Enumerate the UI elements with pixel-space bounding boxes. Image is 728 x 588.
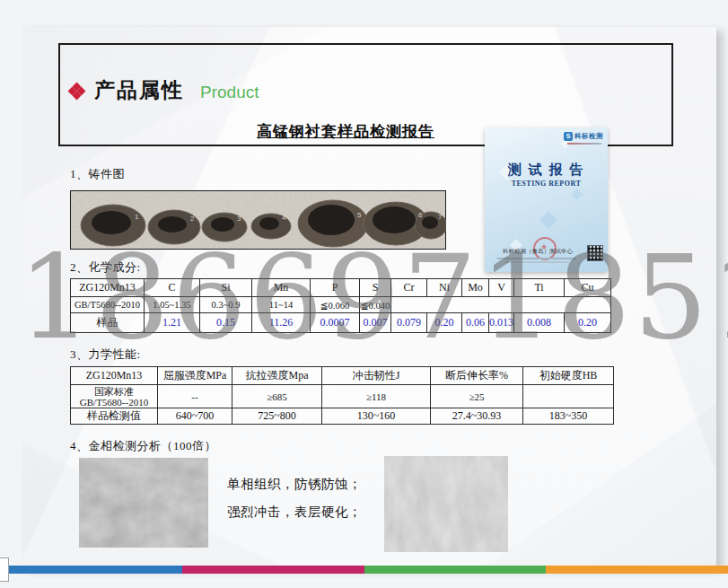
column-header: C — [145, 279, 200, 297]
value-cell: ≥118 — [322, 385, 431, 408]
certificate-footer-text: 科标检测（青岛）测试中心 — [485, 248, 591, 256]
testing-report-cover: S 科标检测 测 试 报 告 TESTING REPORT 科标检测（青岛）测试… — [485, 127, 608, 272]
value-cell: 0.20 — [565, 313, 611, 333]
metallography-image-left — [79, 458, 208, 548]
value-cell: ≥685 — [232, 385, 322, 408]
slide-canvas: 产品属性 Product 高锰钢衬套样品检测报告 S 科标检测 测 试 报 告 … — [22, 27, 716, 567]
column-header: Cr — [391, 279, 427, 297]
certificate-title-en: TESTING REPORT — [485, 180, 608, 188]
certificate-footer-line — [497, 258, 576, 259]
value-cell: 0.013 — [489, 313, 514, 333]
page-title: 产品属性 — [94, 76, 184, 104]
metallography-image-right — [384, 456, 508, 552]
value-cell: 640~700 — [158, 408, 232, 425]
table-row: 样品检测值 640~700 725~800 130~160 27.4~30.93… — [71, 408, 614, 425]
section-label-mechanics: 3、力学性能: — [70, 347, 141, 363]
table-row: ZG120Mn13 屈服强度MPa 抗拉强度Mpa 冲击韧性J 断后伸长率% 初… — [71, 367, 614, 385]
row-label-line1: 国家标准 — [94, 386, 134, 397]
footer-bar-segment-orange — [546, 566, 728, 574]
column-header: Ti — [514, 279, 565, 297]
chemical-composition-table: ZG120Mn13 C Si Mn P S Cr Ni Mo V Ti Cu G… — [70, 278, 611, 333]
column-header: V — [489, 279, 514, 297]
column-header: S — [360, 279, 391, 297]
svg-text:3: 3 — [237, 215, 241, 223]
note-line: 强烈冲击，表层硬化； — [227, 498, 362, 526]
table-row: GB/T5680--2010 1.05~1.35 0.3~0.9 11~14 ≦… — [71, 297, 611, 313]
svg-text:7: 7 — [438, 213, 443, 221]
certificate-title-cn: 测 试 报 告 — [485, 162, 608, 179]
background-facet — [483, 404, 716, 567]
value-cell: 0.20 — [427, 313, 462, 333]
note-line: 单相组织，防锈防蚀； — [227, 470, 362, 498]
value-cell: 183~350 — [523, 408, 614, 425]
row-label: 样品检测值 — [71, 408, 158, 425]
column-header: P — [311, 279, 360, 297]
page-corner-box — [0, 557, 9, 582]
value-cell: ≦0.040 — [360, 297, 391, 313]
value-cell: 0.007 — [360, 313, 391, 333]
empty-cell — [523, 385, 614, 408]
svg-text:6: 6 — [418, 211, 423, 219]
value-cell: ≦0.060 — [311, 297, 360, 313]
value-cell: 1.21 — [145, 313, 200, 333]
lab-logo-tagline — [567, 143, 601, 145]
row-label: 国家标准 GB/T5680--2010 — [71, 385, 158, 408]
cube-decoration — [539, 211, 557, 229]
value-cell: 11~14 — [252, 297, 311, 313]
value-cell: 27.4~30.93 — [431, 408, 523, 425]
value-cell: 130~160 — [322, 408, 431, 425]
column-header: Cu — [565, 279, 611, 297]
value-cell: 0.008 — [514, 313, 565, 333]
row-label: GB/T5680--2010 — [71, 297, 145, 313]
cube-decoration — [571, 189, 583, 200]
value-cell: ≥25 — [431, 385, 523, 408]
lab-logo-text: 科标检测 — [575, 132, 603, 141]
footer-bar-segment-green — [364, 566, 547, 574]
column-header: 初始硬度HB — [523, 367, 614, 385]
section-label-metallography: 4、金相检测分析（100倍） — [70, 438, 216, 454]
table-row: 国家标准 GB/T5680--2010 -- ≥685 ≥118 ≥25 — [71, 385, 614, 408]
svg-text:2: 2 — [190, 215, 195, 223]
value-cell: 1.05~1.35 — [145, 297, 200, 313]
lab-logo: S 科标检测 — [564, 132, 603, 141]
value-cell: 0.15 — [200, 313, 252, 333]
footer-color-bar — [0, 566, 728, 574]
svg-text:1: 1 — [135, 213, 139, 221]
column-header: ZG120Mn13 — [71, 367, 158, 385]
value-cell: 725~800 — [232, 408, 322, 425]
casting-photo: 1 2 3 4 5 6 7 — [70, 190, 446, 250]
section-label-casting: 1、铸件图 — [70, 166, 125, 182]
footer-bar-segment-blue — [0, 566, 182, 574]
value-cell: 0.079 — [391, 313, 427, 333]
value-cell: 0.0007 — [311, 313, 360, 333]
column-header: 屈服强度MPa — [158, 367, 232, 385]
footer-bar-segment-magenta — [182, 566, 364, 574]
value-cell: -- — [158, 385, 232, 408]
mechanical-properties-table: ZG120Mn13 屈服强度MPa 抗拉强度Mpa 冲击韧性J 断后伸长率% 初… — [70, 366, 614, 425]
column-header: Mo — [462, 279, 489, 297]
value-cell: 0.06 — [462, 313, 489, 333]
column-header: 抗拉强度Mpa — [232, 367, 322, 385]
table-row: ZG120Mn13 C Si Mn P S Cr Ni Mo V Ti Cu — [71, 279, 611, 297]
value-cell: 11.26 — [252, 313, 311, 333]
diamond-bullet-icon — [69, 83, 85, 100]
svg-text:5: 5 — [357, 211, 362, 219]
svg-text:4: 4 — [282, 214, 286, 222]
section-label-chemistry: 2、化学成分: — [70, 259, 141, 276]
row-label-line2: GB/T5680--2010 — [80, 397, 148, 408]
empty-cell — [391, 297, 611, 313]
table-row: 样品 1.21 0.15 11.26 0.0007 0.007 0.079 0.… — [71, 313, 611, 333]
value-cell: 0.3~0.9 — [200, 297, 252, 313]
column-header: 断后伸长率% — [431, 367, 523, 385]
column-header: 冲击韧性J — [322, 367, 431, 385]
page-subtitle: Product — [200, 83, 259, 102]
lab-logo-icon: S — [564, 132, 573, 141]
column-header: Mn — [252, 279, 311, 297]
metallography-notes: 单相组织，防锈防蚀； 强烈冲击，表层硬化； — [227, 470, 362, 526]
column-header: Ni — [427, 279, 462, 297]
column-header: ZG120Mn13 — [71, 279, 145, 297]
row-label: 样品 — [71, 313, 145, 333]
column-header: Si — [200, 279, 252, 297]
certificate-footer-line — [504, 261, 569, 263]
